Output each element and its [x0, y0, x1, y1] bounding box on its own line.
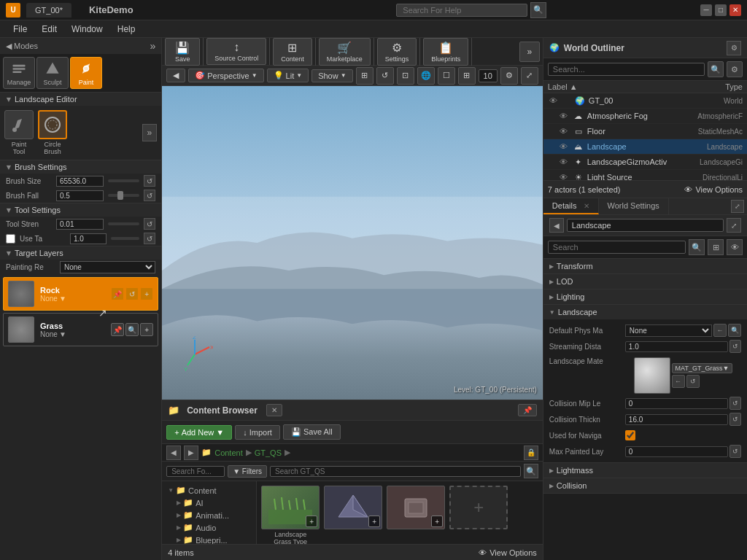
wo-view-options[interactable]: 👁 View Options: [684, 185, 743, 194]
tree-audio[interactable]: ▶ 📁 Audio: [165, 521, 253, 534]
toolbar-more-btn[interactable]: »: [519, 42, 540, 62]
tab-details[interactable]: Details ✕: [543, 198, 599, 214]
input-collision-thick[interactable]: [625, 414, 728, 425]
rock-action-add[interactable]: +: [140, 287, 153, 300]
grass-layer[interactable]: Grass None ▼ 📌 🔍 +: [3, 313, 158, 346]
tree-animati[interactable]: ▶ 📁 Animati...: [165, 509, 253, 521]
btn-collision-mip-reset[interactable]: ↺: [729, 397, 741, 410]
wo-settings-btn[interactable]: ⚙: [727, 41, 741, 55]
brush-fall-input[interactable]: [56, 190, 104, 201]
landscape-grass-add[interactable]: +: [306, 516, 317, 527]
paint-tool-btn[interactable]: Paint Tool: [4, 110, 34, 155]
rock-action-pin[interactable]: 📌: [111, 287, 124, 300]
target-layers-header[interactable]: Target Layers: [0, 246, 161, 260]
tool-strength-input[interactable]: [56, 219, 104, 230]
tab-details-close[interactable]: ✕: [584, 202, 589, 210]
brush-fall-slider-thumb[interactable]: [117, 191, 123, 200]
cb-close-tab[interactable]: ✕: [266, 404, 282, 416]
cb-path-lock[interactable]: 🔒: [524, 446, 538, 460]
marketplace-button[interactable]: 🛒 Marketplace: [319, 38, 371, 66]
tool-settings-header[interactable]: Tool Settings: [0, 203, 161, 217]
tab-gt00[interactable]: GT_00*: [26, 3, 71, 18]
vp-icon6[interactable]: ⊞: [458, 67, 476, 85]
vp-icon2[interactable]: ↺: [376, 67, 394, 85]
mat-select-btn[interactable]: MAT_GT_Grass▼: [672, 363, 733, 373]
wo-item-light[interactable]: 👁 ☀ Light Source DirectionalLi: [543, 170, 747, 180]
lit-btn[interactable]: 💡 Lit ▼: [267, 69, 309, 82]
asset-add-placeholder[interactable]: +: [449, 486, 508, 544]
wo-eye-gt00[interactable]: 👁: [548, 95, 560, 106]
wo-eye-fog[interactable]: 👁: [558, 110, 570, 122]
use-target-slider[interactable]: [111, 237, 139, 240]
modes-header[interactable]: ◀ Modes »: [0, 38, 161, 54]
mat-preview[interactable]: [634, 357, 670, 394]
btn-max-layers-reset[interactable]: ↺: [729, 445, 741, 458]
wo-item-fog[interactable]: 👁 ☁ Atmospheric Fog AtmosphericF: [543, 109, 747, 124]
menu-window[interactable]: Window: [64, 23, 110, 36]
tree-content[interactable]: ▼ 📁 Content: [165, 484, 253, 497]
vp-icon5[interactable]: ☐: [438, 67, 455, 85]
minimize-button[interactable]: ─: [700, 4, 712, 16]
cb-view-options[interactable]: 👁 View Options: [479, 548, 537, 557]
rock-layer[interactable]: Rock None ▼ 📌 ↺ +: [3, 277, 158, 311]
menu-edit[interactable]: Edit: [34, 23, 64, 36]
mode-manage[interactable]: Manage: [3, 57, 35, 89]
save-all-btn[interactable]: 💾 Save All: [283, 424, 341, 440]
cb-path-gtqs[interactable]: GT_QS: [255, 448, 282, 457]
rock-action-refresh[interactable]: ↺: [125, 287, 139, 300]
brush-size-reset[interactable]: ↺: [144, 175, 155, 187]
brush-fall-slider-track[interactable]: [108, 194, 139, 197]
select-default-phys[interactable]: None: [625, 324, 712, 337]
wo-eye-gizmo[interactable]: 👁: [558, 156, 570, 168]
details-prev-btn[interactable]: ◀: [549, 218, 564, 233]
tree-ai[interactable]: ▶ 📁 AI: [165, 497, 253, 509]
import-btn[interactable]: ↓ Import: [235, 425, 280, 440]
mode-paint[interactable]: Paint: [70, 57, 102, 89]
help-search-btn[interactable]: 🔍: [530, 2, 546, 18]
menu-help[interactable]: Help: [110, 23, 143, 36]
modes-expand[interactable]: »: [150, 40, 155, 52]
details-search-input[interactable]: [548, 241, 686, 254]
add-new-btn[interactable]: + Add New ▼: [166, 425, 232, 440]
close-button[interactable]: ✕: [729, 4, 741, 16]
vp-maximize[interactable]: ⤢: [521, 67, 538, 85]
vp-icon7[interactable]: ⚙: [500, 67, 518, 85]
mat-refresh-btn[interactable]: ↺: [686, 375, 700, 388]
lighting-header[interactable]: ▶ Lighting: [543, 289, 747, 304]
lightmass-header[interactable]: ▶ Lightmass: [543, 463, 747, 478]
content-button[interactable]: ⊞ Content: [273, 38, 312, 66]
vp-icon3[interactable]: ⊡: [397, 67, 414, 85]
cb-pin-btn[interactable]: 📌: [518, 404, 537, 416]
cb-search-btn[interactable]: 🔍: [524, 464, 538, 478]
filters-btn[interactable]: ▼ Filters: [228, 465, 267, 478]
transform-header[interactable]: ▶ Transform: [543, 259, 747, 273]
painting-select[interactable]: None: [60, 261, 155, 273]
details-search-btn[interactable]: 🔍: [689, 239, 705, 255]
mode-sculpt[interactable]: Sculpt: [36, 57, 69, 89]
cb-path-content[interactable]: Content: [214, 448, 243, 457]
wo-item-gt00[interactable]: 👁 🌍 GT_00 World: [543, 93, 747, 109]
cb-folder-search[interactable]: [166, 466, 225, 477]
blueprints-button[interactable]: 📋 Blueprints: [423, 38, 468, 66]
cb-asset-search[interactable]: [270, 466, 521, 477]
wo-search-input[interactable]: [548, 63, 705, 76]
circle-brush-btn[interactable]: Circle Brush: [38, 110, 67, 155]
use-target-reset[interactable]: ↺: [144, 233, 155, 244]
use-target-checkbox[interactable]: [6, 234, 15, 244]
settings-button[interactable]: ⚙ Settings: [377, 38, 417, 66]
btn-default-phys-arrow[interactable]: ←: [713, 324, 727, 337]
mesh2-add[interactable]: +: [431, 516, 443, 527]
vp-icon1[interactable]: ⊞: [356, 67, 374, 85]
brush-size-slider-track[interactable]: [108, 179, 139, 182]
tree-bluepri[interactable]: ▶ 📁 Bluepri...: [165, 534, 253, 544]
tool-strength-slider[interactable]: [108, 222, 139, 225]
show-btn[interactable]: Show ▼: [311, 69, 352, 82]
vp-back-btn[interactable]: ◀: [166, 69, 185, 82]
grass-action-add[interactable]: +: [140, 323, 153, 336]
maximize-button[interactable]: □: [715, 4, 727, 16]
grass-action-pin[interactable]: 📌: [111, 323, 124, 336]
brush-fall-reset[interactable]: ↺: [144, 190, 155, 201]
btn-default-phys-search[interactable]: 🔍: [728, 324, 741, 337]
input-collision-mip[interactable]: [625, 398, 728, 409]
wo-eye-light[interactable]: 👁: [558, 171, 570, 180]
